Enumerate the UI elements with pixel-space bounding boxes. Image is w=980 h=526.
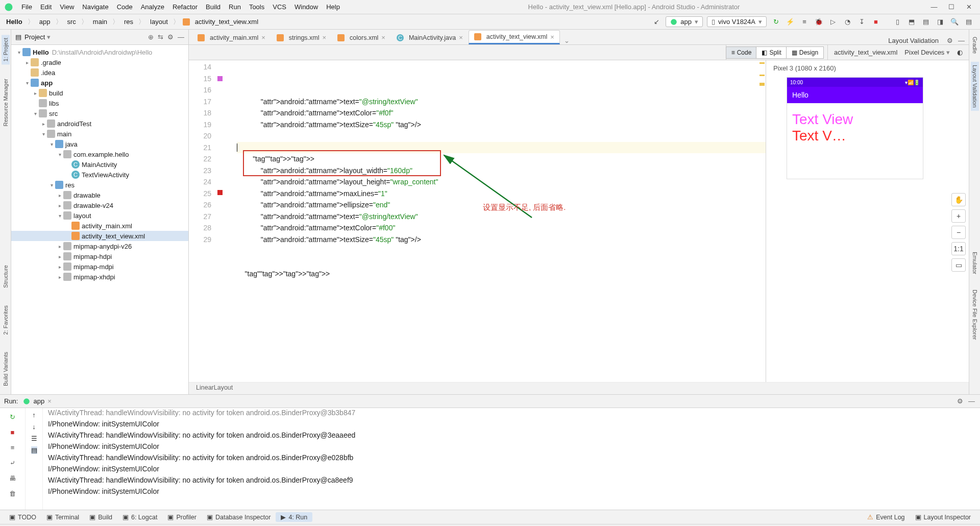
- tree-item[interactable]: ▸mipmap-anydpi-v26: [11, 241, 188, 251]
- breadcrumb-item[interactable]: Hello: [4, 17, 24, 27]
- settings-icon[interactable]: ▤: [963, 16, 974, 28]
- editor-tab[interactable]: colors.xml×: [332, 30, 391, 44]
- breadcrumb-item[interactable]: main: [91, 17, 109, 27]
- down-icon[interactable]: ↓: [32, 423, 36, 431]
- device-preview[interactable]: 10:00▾📶🔋 Hello Text View Text V…: [787, 77, 923, 179]
- close-tab-icon[interactable]: ×: [381, 34, 385, 41]
- panel-gear-icon[interactable]: ⚙: [947, 37, 953, 44]
- preview-control-0[interactable]: ✋: [951, 193, 966, 206]
- project-view-selector[interactable]: ▾: [47, 33, 51, 41]
- gutter-favorites[interactable]: 2: Favorites: [2, 302, 10, 338]
- menu-tools[interactable]: Tools: [245, 2, 268, 12]
- run-config-tab[interactable]: app ×: [23, 397, 51, 405]
- tree-item[interactable]: ▾HelloD:\install\Android\Androidwp\Hello: [11, 47, 188, 57]
- run-hide-icon[interactable]: —: [968, 397, 975, 405]
- tool-databaseinspector[interactable]: ▣Database Inspector: [202, 512, 276, 522]
- gutter-emulator[interactable]: Emulator: [971, 249, 979, 277]
- more-tabs-icon[interactable]: ⌄: [560, 37, 574, 44]
- tool-build[interactable]: ▣Build: [84, 512, 117, 522]
- tree-item[interactable]: ▾src: [11, 108, 188, 118]
- project-tree[interactable]: ▾HelloD:\install\Android\Androidwp\Hello…: [11, 45, 188, 394]
- close-tab-icon[interactable]: ×: [323, 34, 327, 41]
- preview-control-3[interactable]: 1:1: [951, 242, 966, 255]
- up-icon[interactable]: ↑: [32, 411, 36, 419]
- menu-navigate[interactable]: Navigate: [78, 2, 112, 12]
- editor-tab[interactable]: CMainActivity.java×: [391, 30, 469, 44]
- gutter-structure[interactable]: Structure: [2, 262, 10, 291]
- layout-inspector-icon[interactable]: ◨: [935, 16, 946, 28]
- split-mode-button[interactable]: ◧ Split: [756, 46, 787, 59]
- breadcrumb-item[interactable]: layout: [148, 17, 170, 27]
- gutter-layout-validation[interactable]: Layout Validation: [971, 62, 979, 111]
- editor-tab[interactable]: activity_main.xml×: [192, 30, 271, 44]
- locate-icon[interactable]: ⊕: [148, 33, 154, 41]
- run-gear-icon[interactable]: ⚙: [957, 397, 963, 405]
- editor-tab[interactable]: strings.xml×: [271, 30, 332, 44]
- tool-run[interactable]: ▶4: Run: [276, 512, 312, 522]
- debug-attach-icon[interactable]: ≡: [799, 16, 810, 28]
- apply-changes-icon[interactable]: ⚡: [785, 16, 796, 28]
- expand-all-icon[interactable]: ⇆: [158, 33, 163, 41]
- print-icon[interactable]: 🖶: [7, 472, 18, 484]
- gutter-gradle[interactable]: Gradle: [971, 34, 979, 57]
- tree-item[interactable]: CMainActivity: [11, 159, 188, 170]
- preview-control-1[interactable]: +: [951, 209, 966, 223]
- maximize-button[interactable]: ☐: [944, 2, 959, 12]
- gutter-build-variants[interactable]: Build Variants: [2, 349, 10, 389]
- gutter-device-file-explorer[interactable]: Device File Explorer: [971, 286, 979, 343]
- rerun-button[interactable]: ↻: [7, 411, 18, 422]
- resource-manager-icon[interactable]: ▤: [920, 16, 932, 28]
- menu-code[interactable]: Code: [113, 2, 137, 12]
- tree-item[interactable]: ▸mipmap-xhdpi: [11, 272, 188, 282]
- tree-item[interactable]: ▾app: [11, 78, 188, 88]
- menu-edit[interactable]: Edit: [36, 2, 56, 12]
- run-configuration-selector[interactable]: app▾: [666, 16, 703, 27]
- code-breadcrumb[interactable]: LinearLayout: [189, 382, 969, 394]
- close-button[interactable]: ✕: [962, 2, 976, 12]
- avd-manager-icon[interactable]: ▯: [892, 16, 903, 28]
- editor-tab[interactable]: activity_text_view.xml×: [469, 30, 560, 44]
- sdk-manager-icon[interactable]: ⬒: [906, 16, 917, 28]
- hide-panel-icon[interactable]: —: [178, 33, 184, 41]
- tool-logcat[interactable]: ▣6: Logcat: [117, 512, 162, 522]
- tree-item[interactable]: ▸androidTest: [11, 118, 188, 129]
- tree-item[interactable]: libs: [11, 98, 188, 108]
- attach-debugger-icon[interactable]: ↧: [856, 16, 867, 28]
- menu-refactor[interactable]: Refactor: [168, 2, 202, 12]
- profile-icon[interactable]: ◔: [842, 16, 853, 28]
- device-selector[interactable]: ▯vivo V1824A▾: [707, 16, 767, 27]
- tree-item[interactable]: ▾java: [11, 139, 188, 149]
- tool-profiler[interactable]: ▣Profiler: [162, 512, 202, 522]
- gear-icon[interactable]: ⚙: [167, 33, 174, 41]
- tree-item[interactable]: ▸drawable-v24: [11, 200, 188, 210]
- sync-icon[interactable]: ↙: [651, 16, 662, 28]
- breadcrumb-item[interactable]: activity_text_view.xml: [193, 17, 260, 27]
- tool-layoutinspector[interactable]: ▣Layout Inspector: [910, 512, 976, 522]
- tree-item[interactable]: ▸mipmap-hdpi: [11, 251, 188, 261]
- gutter-resource-manager[interactable]: Resource Manager: [2, 76, 10, 130]
- stop-run-button[interactable]: ■: [7, 426, 18, 438]
- preview-control-4[interactable]: ▭: [951, 258, 966, 272]
- tree-item[interactable]: ▸.gradle: [11, 57, 188, 67]
- soft-wrap-icon[interactable]: ⤶: [7, 457, 18, 468]
- scroll-to-end-icon[interactable]: ▤: [31, 446, 37, 454]
- tool-terminal[interactable]: ▣Terminal: [41, 512, 84, 522]
- tree-item[interactable]: activity_main.xml: [11, 221, 188, 231]
- hide-panel-icon[interactable]: —: [958, 37, 965, 44]
- run-button[interactable]: ↻: [770, 16, 781, 28]
- breadcrumb-item[interactable]: res: [122, 17, 135, 27]
- tree-item[interactable]: ▸drawable: [11, 190, 188, 200]
- tree-item[interactable]: CTextViewActivity: [11, 170, 188, 180]
- tool-todo[interactable]: ▣TODO: [4, 512, 41, 522]
- menu-window[interactable]: Window: [290, 2, 322, 12]
- menu-vcs[interactable]: VCS: [268, 2, 290, 12]
- error-stripe[interactable]: [758, 60, 766, 382]
- close-tab-icon[interactable]: ×: [459, 34, 463, 41]
- debug-icon[interactable]: 🐞: [813, 16, 824, 28]
- menu-help[interactable]: Help: [322, 2, 344, 12]
- layout-toggle-icon[interactable]: ≡: [7, 442, 18, 453]
- tree-item[interactable]: ▾com.example.hello: [11, 149, 188, 159]
- tree-item[interactable]: ▾layout: [11, 210, 188, 221]
- clear-icon[interactable]: 🗑: [7, 488, 18, 499]
- tree-item[interactable]: .idea: [11, 67, 188, 78]
